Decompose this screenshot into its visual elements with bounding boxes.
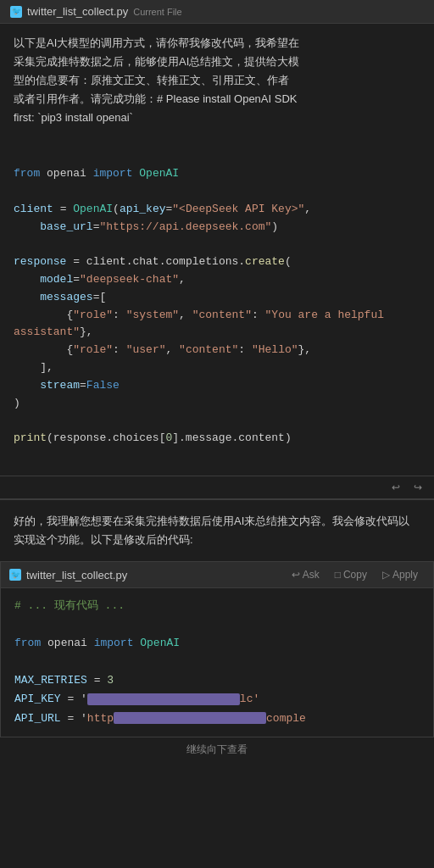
chinese-comment: 以下是AI大模型的调用方式，请你帮我修改代码，我希望在 采集完成推特数据之后，能… — [0, 24, 434, 137]
code-line-api-url: API_URL = 'httpcomple — [14, 709, 420, 728]
file-name: twitter_list_collect.py — [27, 5, 128, 18]
redo-button[interactable]: ↪ — [409, 480, 427, 495]
current-file-badge: Current File — [133, 7, 181, 17]
chat-response: 好的，我理解您想要在采集完推特数据后使用AI来总结推文内容。我会修改代码以实现这… — [0, 499, 434, 561]
apply-icon: ▷ — [382, 569, 390, 581]
result-panel-header: twitter_list_collect.py ↩ Ask □ Copy ▷ A… — [1, 562, 433, 588]
result-file-info: twitter_list_collect.py — [9, 569, 127, 581]
copy-button[interactable]: □ Copy — [328, 566, 374, 583]
apply-label: Apply — [392, 569, 418, 581]
copy-icon: □ — [335, 569, 341, 581]
result-code-block: # ... 现有代码 ... from openai import OpenAI… — [1, 588, 433, 737]
file-tab[interactable]: twitter_list_collect.py Current File — [0, 0, 434, 24]
undo-icon: ↩ — [392, 481, 400, 493]
result-panel: twitter_list_collect.py ↩ Ask □ Copy ▷ A… — [0, 561, 434, 737]
code-line-import: from openai import OpenAI — [14, 634, 420, 653]
bottom-hint: 继续向下查看 — [0, 737, 434, 762]
undo-button[interactable]: ↩ — [387, 480, 405, 495]
toolbar-undo-redo: ↩ ↪ — [0, 476, 434, 498]
ask-label: Ask — [303, 569, 320, 581]
result-file-icon — [9, 569, 21, 581]
code-block-top: from openai import OpenAI client = OpenA… — [0, 137, 434, 475]
code-line-comment: # ... 现有代码 ... — [14, 597, 420, 615]
top-panel: twitter_list_collect.py Current File 以下是… — [0, 0, 434, 476]
redo-icon: ↪ — [414, 481, 422, 493]
bottom-hint-text: 继续向下查看 — [186, 743, 248, 755]
code-line-max-retries: MAX_RETRIES = 3 — [14, 671, 420, 690]
chat-response-text: 好的，我理解您想要在采集完推特数据后使用AI来总结推文内容。我会修改代码以实现这… — [14, 515, 409, 546]
result-actions: ↩ Ask □ Copy ▷ Apply — [285, 566, 425, 583]
file-icon — [10, 6, 22, 18]
ask-button[interactable]: ↩ Ask — [285, 566, 326, 583]
code-line-api-key: API_KEY = 'lc' — [14, 690, 420, 709]
copy-label: Copy — [343, 569, 367, 581]
ask-icon: ↩ — [292, 569, 300, 581]
result-file-name: twitter_list_collect.py — [26, 569, 127, 581]
apply-button[interactable]: ▷ Apply — [376, 566, 425, 583]
